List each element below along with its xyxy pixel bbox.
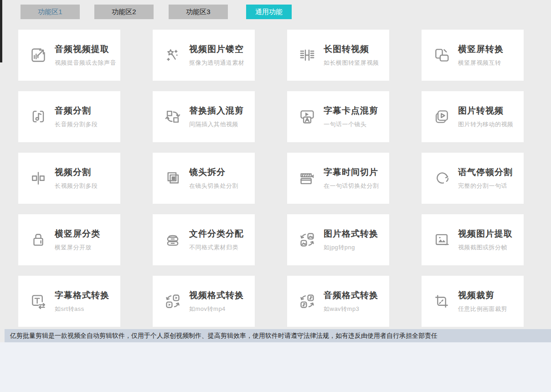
feature-subtitle: 任意比例画面裁剪: [458, 305, 507, 313]
feature-title: 音频分割: [55, 105, 98, 117]
video-split-icon: [29, 169, 47, 187]
feature-card-audio-video-extract[interactable]: 音频视频提取视频提音频或去除声音: [18, 30, 120, 81]
video-image-extract-icon: [433, 231, 451, 249]
feature-subtitle: 如长横图转竖屏视频: [324, 59, 379, 67]
audio-split-icon: [29, 108, 47, 126]
feature-subtitle: 长音频分割多段: [55, 120, 98, 129]
feature-subtitle: 长视频分割多段: [55, 182, 98, 190]
feature-title: 音频视频提取: [55, 43, 116, 55]
feature-title: 图片格式转换: [324, 228, 378, 240]
tab-label: 功能区2: [112, 8, 136, 16]
audio-video-extract-icon: [29, 46, 47, 64]
feature-card-orientation-classify[interactable]: 横竖屏分类横竖屏分开放: [18, 214, 120, 265]
feature-title: 图片转视频: [458, 105, 514, 117]
feature-title: 文件分类分配: [189, 228, 244, 240]
feature-subtitle: 横竖屏视频互转: [458, 59, 504, 67]
tab-label: 功能区3: [186, 8, 210, 16]
feature-grid: 音频视频提取视频提音频或去除声音 视频图片镂空抠像为透明通道素材 长图转视频如长…: [18, 30, 524, 327]
feature-subtitle: 一句话一个镜头: [324, 120, 378, 129]
speech-pause-icon: [433, 169, 451, 187]
feature-subtitle: 视频截图或拆分帧: [458, 243, 513, 252]
feature-card-audio-format-convert[interactable]: 音频格式转换如wav转mp3: [287, 276, 389, 327]
feature-card-subtitle-beat-mix[interactable]: 字幕卡点混剪一句话一个镜头: [287, 91, 389, 142]
feature-title: 横竖屏分类: [55, 228, 100, 240]
feature-title: 视频分割: [55, 166, 98, 178]
orientation-convert-icon: [433, 46, 451, 64]
image-format-convert-icon: [298, 231, 316, 249]
tab-general-functions[interactable]: 通用功能: [246, 5, 292, 19]
tab-function-area-2[interactable]: 功能区2: [94, 5, 154, 19]
feature-subtitle: 如wav转mp3: [324, 305, 378, 313]
background-window-edge: [0, 0, 2, 62]
feature-card-video-crop[interactable]: 视频裁剪任意比例画面裁剪: [422, 276, 524, 327]
image-to-video-icon: [433, 108, 451, 126]
feature-subtitle: 图片转为移动的视频: [458, 120, 514, 129]
replace-insert-icon: [164, 108, 182, 126]
feature-title: 横竖屏转换: [458, 43, 504, 55]
video-format-convert-icon: [164, 292, 182, 310]
feature-subtitle: 抠像为透明通道素材: [189, 59, 245, 67]
magic-wand-icon: [164, 46, 182, 64]
clapperboard-icon: [298, 169, 316, 187]
feature-subtitle: 在一句话切换处分割: [324, 182, 379, 190]
feature-subtitle: 间隔插入其他视频: [189, 120, 244, 129]
feature-card-video-format-convert[interactable]: 视频格式转换如mov转mp4: [153, 276, 255, 327]
feature-card-file-classify[interactable]: 文件分类分配不同格式素材归类: [153, 214, 255, 265]
filmstrip-icon: [298, 46, 316, 64]
feature-subtitle: 视频提音频或去除声音: [55, 59, 116, 67]
feature-card-replace-insert-mix[interactable]: 替换插入混剪间隔插入其他视频: [153, 91, 255, 142]
feature-title: 语气停顿分割: [458, 166, 513, 178]
tab-function-area-3[interactable]: 功能区3: [169, 5, 228, 19]
log-section: 运行日志 清空 亿剪批量剪辑: [0, 342, 551, 392]
feature-card-pause-split[interactable]: 语气停顿分割完整的分割一句话: [422, 153, 524, 204]
feature-subtitle: 横竖屏分开放: [55, 243, 100, 252]
feature-card-video-image-extract[interactable]: 视频图片提取视频截图或拆分帧: [422, 214, 524, 265]
feature-card-subtitle-time-slice[interactable]: 字幕时间切片在一句话切换处分割: [287, 153, 389, 204]
feature-title: 镜头拆分: [189, 166, 238, 178]
feature-card-image-format-convert[interactable]: 图片格式转换如jpg转png: [287, 214, 389, 265]
feature-title: 视频图片镂空: [189, 43, 245, 55]
feature-card-audio-split[interactable]: 音频分割长音频分割多段: [18, 91, 120, 142]
feature-card-long-image-to-video[interactable]: 长图转视频如长横图转竖屏视频: [287, 30, 389, 81]
feature-title: 长图转视频: [324, 43, 379, 55]
feature-title: 视频裁剪: [458, 289, 507, 301]
feature-title: 字幕时间切片: [324, 166, 379, 178]
tab-function-area-1[interactable]: 功能区1: [21, 5, 80, 19]
feature-card-image-to-video[interactable]: 图片转视频图片转为移动的视频: [422, 91, 524, 142]
feature-title: 替换插入混剪: [189, 105, 244, 117]
shot-split-icon: [164, 169, 182, 187]
feature-subtitle: 如srt转ass: [55, 305, 109, 313]
video-crop-icon: [433, 292, 451, 310]
feature-title: 字幕格式转换: [55, 289, 109, 301]
orientation-classify-icon: [29, 231, 47, 249]
feature-subtitle: 如jpg转png: [324, 243, 378, 252]
feature-card-video-split[interactable]: 视频分割长视频分割多段: [18, 153, 120, 204]
feature-title: 视频格式转换: [189, 289, 244, 301]
subtitle-beat-icon: [298, 108, 316, 126]
feature-card-shot-split[interactable]: 镜头拆分在镜头切换处分割: [153, 153, 255, 204]
feature-card-subtitle-format-convert[interactable]: 字幕格式转换如srt转ass: [18, 276, 120, 327]
feature-subtitle: 在镜头切换处分割: [189, 182, 238, 190]
feature-subtitle: 完整的分割一句话: [458, 182, 513, 190]
feature-card-video-image-keying[interactable]: 视频图片镂空抠像为透明通道素材: [153, 30, 255, 81]
feature-card-orientation-convert[interactable]: 横竖屏转换横竖屏视频互转: [422, 30, 524, 81]
tab-label: 功能区1: [38, 8, 62, 16]
audio-format-convert-icon: [298, 292, 316, 310]
disclaimer-bar: 亿剪批量剪辑是一款视频全自动剪辑软件，仅用于个人原创视频制作、提高剪辑效率，使用…: [5, 329, 551, 342]
disclaimer-text: 亿剪批量剪辑是一款视频全自动剪辑软件，仅用于个人原创视频制作、提高剪辑效率，使用…: [10, 332, 438, 340]
feature-title: 音频格式转换: [324, 289, 378, 301]
subtitle-format-convert-icon: [29, 292, 47, 310]
feature-title: 视频图片提取: [458, 228, 513, 240]
feature-subtitle: 不同格式素材归类: [189, 243, 244, 252]
feature-subtitle: 如mov转mp4: [189, 305, 244, 313]
tab-label: 通用功能: [255, 8, 283, 16]
feature-title: 字幕卡点混剪: [324, 105, 378, 117]
file-classify-icon: [164, 231, 182, 249]
